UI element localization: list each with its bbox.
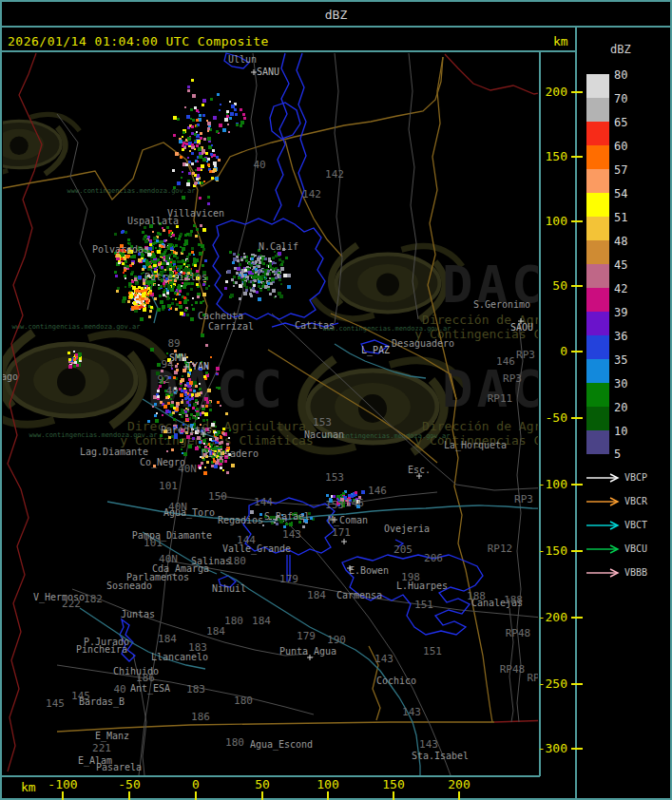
scale-block-65: [586, 122, 609, 145]
vector-label: VBCR: [624, 496, 668, 506]
map-right-border: [539, 50, 541, 776]
scale-block-10: [586, 430, 609, 454]
scale-block-39: [586, 312, 609, 335]
scale-tick-label: 36: [614, 331, 652, 342]
radar-app-window: { "title_bar": { "title": "dBZ" }, "head…: [0, 0, 672, 800]
scale-block-80: [586, 74, 609, 98]
map-bottom-border: [0, 775, 540, 777]
scale-tick-label: 54: [614, 188, 652, 200]
right-axis-unit: km: [553, 34, 568, 48]
scale-tick-label: 51: [614, 212, 652, 223]
title-bar: dBZ: [0, 0, 672, 28]
scale-tick-label: 48: [614, 236, 652, 247]
timestamp-label: 2026/01/14 01:04:00 UTC Composite: [8, 34, 269, 48]
scale-tick-label: 30: [614, 378, 652, 390]
bottom-axis-unit: km: [21, 780, 36, 794]
scale-block-51: [586, 217, 609, 240]
scale-block-42: [586, 288, 609, 312]
scale-tick-label: 39: [614, 307, 652, 318]
outer-frame: [0, 0, 672, 800]
panel-divider: [575, 28, 577, 800]
vector-label: VBBB: [624, 567, 668, 578]
scale-tick-label: 60: [614, 141, 652, 152]
scale-tick-label: 10: [614, 426, 652, 437]
scale-block-60: [586, 145, 609, 169]
vector-label: VBCP: [624, 472, 668, 483]
vector-label: VBCU: [624, 543, 668, 554]
scale-tick-label: 57: [614, 164, 652, 176]
scale-tick-label: 45: [614, 259, 652, 271]
header-divider: [0, 50, 576, 52]
scale-block-35: [586, 359, 609, 383]
scale-title: dBZ: [610, 43, 631, 56]
scale-tick-label: 35: [614, 354, 652, 366]
scale-tick-label: 70: [614, 93, 652, 105]
scale-tick-label: 5: [614, 448, 652, 460]
vector-label: VBCT: [624, 520, 668, 530]
scale-tick-label: 20: [614, 402, 652, 413]
scale-block-36: [586, 335, 609, 359]
scale-block-20: [586, 407, 609, 430]
scale-block-30: [586, 383, 609, 407]
scale-tick-label: 42: [614, 283, 652, 295]
scale-tick-label: 80: [614, 69, 652, 81]
scale-block-57: [586, 169, 609, 193]
scale-block-48: [586, 240, 609, 264]
scale-block-45: [586, 264, 609, 288]
scale-block-54: [586, 193, 609, 217]
scale-block-70: [586, 98, 609, 122]
page-title: dBZ: [325, 8, 347, 22]
scale-tick-label: 65: [614, 117, 652, 128]
